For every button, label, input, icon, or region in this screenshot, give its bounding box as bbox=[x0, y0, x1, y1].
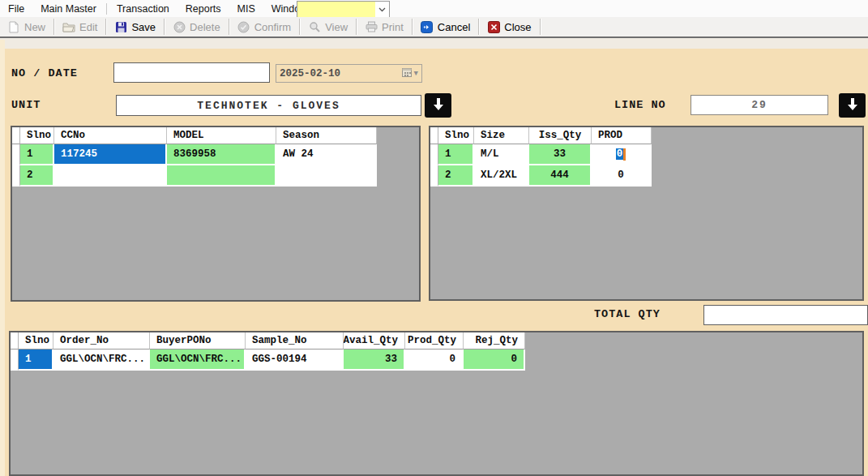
date-dropdown-arrow-icon[interactable]: ▼ bbox=[414, 70, 418, 78]
menu-bar: File Main Master Transaction Reports MIS… bbox=[0, 0, 868, 17]
cell-buyer-po-no[interactable]: GGL\OCN\FRC... bbox=[150, 349, 246, 371]
cc-grid-panel: Slno CCNo MODEL Season 1 117245 8369958 … bbox=[11, 126, 421, 302]
print-button-label: Print bbox=[382, 21, 404, 33]
menu-divider bbox=[106, 3, 107, 15]
cell-slno-selected[interactable]: 1 bbox=[19, 349, 53, 371]
order-grid-panel: Slno Order_No BuyerPONo Sample_No Avail_… bbox=[9, 331, 864, 476]
size-grid-panel: Slno Size Iss_Qty PROD 1 M/L 33 0 bbox=[429, 126, 864, 301]
cell-size[interactable]: XL/2XL bbox=[474, 165, 529, 187]
save-button[interactable]: Save bbox=[109, 18, 161, 36]
edit-folder-icon bbox=[62, 20, 75, 33]
cell-prod-qty[interactable]: 0 bbox=[405, 349, 464, 371]
cell-rej-qty[interactable]: 0 bbox=[464, 349, 525, 371]
new-button[interactable]: New bbox=[2, 18, 51, 36]
cell-size[interactable]: M/L bbox=[474, 144, 529, 165]
col-header-slno[interactable]: Slno bbox=[438, 127, 474, 144]
delete-button[interactable]: Delete bbox=[167, 18, 226, 36]
unit-field[interactable]: TECHNOTEK - GLOVES bbox=[116, 95, 421, 116]
cc-grid: Slno CCNo MODEL Season 1 117245 8369958 … bbox=[12, 127, 377, 187]
row-indicator[interactable] bbox=[11, 349, 19, 371]
print-button[interactable]: Print bbox=[359, 18, 409, 36]
cell-slno[interactable]: 1 bbox=[20, 144, 54, 165]
col-header-prod-qty[interactable]: Prod_Qty bbox=[405, 332, 464, 349]
col-header-avail-qty[interactable]: Avail_Qty bbox=[344, 332, 405, 349]
cell-season[interactable]: AW 24 bbox=[276, 144, 377, 165]
cell-iss-qty[interactable]: 33 bbox=[529, 144, 592, 165]
cell-slno[interactable]: 1 bbox=[438, 144, 474, 165]
line-no-field[interactable]: 29 bbox=[691, 95, 828, 115]
cell-slno[interactable]: 2 bbox=[20, 165, 54, 187]
menu-transaction[interactable]: Transaction bbox=[109, 2, 177, 16]
col-header-season[interactable]: Season bbox=[276, 127, 377, 144]
col-header-buyer-po-no[interactable]: BuyerPONo bbox=[150, 332, 246, 349]
size-grid-row: 1 M/L 33 0 bbox=[430, 144, 652, 165]
black-down-arrow-icon bbox=[845, 97, 860, 114]
col-header-slno[interactable]: Slno bbox=[20, 127, 54, 144]
col-header-slno[interactable]: Slno bbox=[19, 332, 53, 349]
col-header-size[interactable]: Size bbox=[474, 127, 529, 144]
menu-mis[interactable]: MIS bbox=[229, 2, 263, 16]
cc-grid-header-row: Slno CCNo MODEL Season bbox=[12, 127, 377, 144]
row-indicator[interactable] bbox=[12, 144, 20, 165]
cell-avail-qty[interactable]: 33 bbox=[344, 349, 405, 371]
cell-ccno-selected[interactable]: 117245 bbox=[54, 144, 167, 165]
save-button-label: Save bbox=[131, 21, 156, 33]
edit-selection[interactable]: 0 bbox=[616, 148, 624, 160]
unit-lookup-button[interactable] bbox=[425, 93, 451, 118]
col-header-iss-qty[interactable]: Iss_Qty bbox=[529, 127, 592, 144]
date-picker[interactable]: 2025-02-10 ▼ bbox=[276, 64, 422, 83]
cell-model[interactable] bbox=[167, 165, 276, 187]
toolbar-separator bbox=[53, 19, 54, 35]
col-header-model[interactable]: MODEL bbox=[167, 127, 276, 144]
cell-iss-qty[interactable]: 444 bbox=[529, 165, 592, 187]
col-header-prod[interactable]: PROD bbox=[592, 127, 652, 144]
date-value: 2025-02-10 bbox=[280, 68, 402, 79]
save-floppy-icon bbox=[114, 20, 127, 33]
new-button-label: New bbox=[24, 21, 45, 33]
cc-grid-row: 1 117245 8369958 AW 24 bbox=[12, 144, 377, 165]
cell-season[interactable] bbox=[276, 165, 377, 187]
text-caret bbox=[623, 148, 626, 161]
cancel-button[interactable]: Cancel bbox=[415, 18, 476, 36]
combobox-value[interactable] bbox=[297, 2, 375, 17]
cell-order-no[interactable]: GGL\OCN\FRC... bbox=[53, 349, 150, 371]
order-grid: Slno Order_No BuyerPONo Sample_No Avail_… bbox=[11, 332, 525, 371]
row-indicator[interactable] bbox=[12, 165, 20, 187]
quick-search-combobox[interactable] bbox=[297, 1, 390, 18]
menu-file[interactable]: File bbox=[0, 2, 32, 16]
menu-reports[interactable]: Reports bbox=[177, 2, 229, 16]
cell-prod[interactable]: 0 bbox=[592, 165, 652, 187]
row-indicator[interactable] bbox=[430, 144, 438, 165]
cell-sample-no[interactable]: GGS-00194 bbox=[246, 349, 344, 371]
toolbar-separator bbox=[229, 19, 229, 35]
form-panel: NO / DATE 2025-02-10 ▼ UNIT TECHNOTEK - … bbox=[0, 40, 868, 476]
total-qty-input[interactable] bbox=[703, 305, 868, 325]
edit-button[interactable]: Edit bbox=[57, 18, 103, 36]
unit-label: UNIT bbox=[11, 99, 41, 111]
doc-no-input[interactable] bbox=[113, 62, 270, 83]
size-grid-row: 2 XL/2XL 444 0 bbox=[430, 165, 652, 187]
black-down-arrow-icon bbox=[431, 97, 446, 114]
row-indicator-header bbox=[12, 127, 20, 144]
row-indicator-header bbox=[430, 127, 438, 144]
chevron-down-icon[interactable] bbox=[375, 2, 389, 17]
delete-button-label: Delete bbox=[190, 21, 220, 33]
toolbar-separator bbox=[540, 19, 541, 35]
line-no-lookup-button[interactable] bbox=[839, 93, 866, 118]
toolbar-separator bbox=[478, 19, 479, 35]
confirm-button[interactable]: Confirm bbox=[232, 18, 297, 36]
size-grid-header-row: Slno Size Iss_Qty PROD bbox=[430, 127, 652, 144]
row-indicator[interactable] bbox=[430, 165, 438, 187]
cell-prod-editing[interactable]: 0 bbox=[592, 144, 652, 165]
col-header-order-no[interactable]: Order_No bbox=[53, 332, 150, 349]
cell-slno[interactable]: 2 bbox=[438, 165, 474, 187]
col-header-sample-no[interactable]: Sample_No bbox=[246, 332, 344, 349]
cell-model[interactable]: 8369958 bbox=[167, 144, 276, 165]
close-button[interactable]: Close bbox=[481, 18, 537, 36]
menu-main-master[interactable]: Main Master bbox=[32, 2, 105, 16]
view-button[interactable]: View bbox=[302, 18, 353, 36]
col-header-ccno[interactable]: CCNo bbox=[54, 127, 167, 144]
cell-ccno[interactable] bbox=[54, 165, 167, 187]
calendar-icon bbox=[402, 67, 412, 80]
col-header-rej-qty[interactable]: Rej_Qty bbox=[464, 332, 525, 349]
